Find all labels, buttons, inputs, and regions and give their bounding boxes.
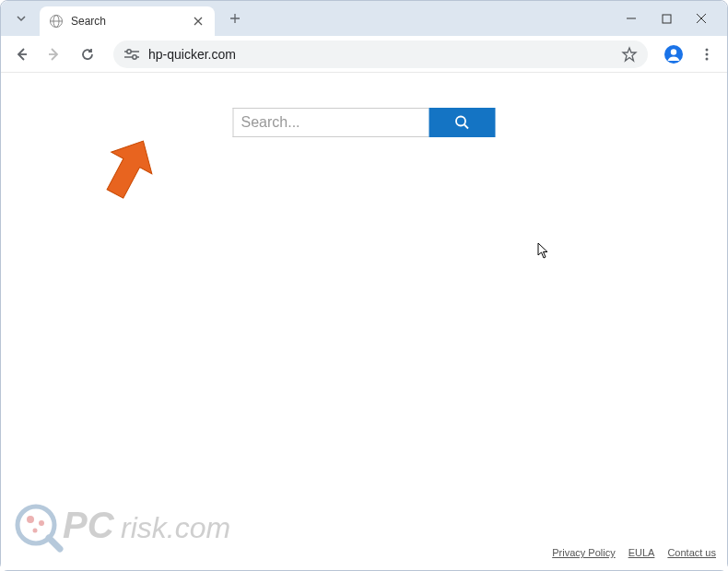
window-controls [622, 1, 720, 36]
site-info-button[interactable] [123, 45, 141, 64]
globe-icon [49, 14, 64, 29]
arrow-left-icon [13, 46, 29, 63]
forward-button[interactable] [41, 41, 67, 67]
svg-text:risk.com: risk.com [121, 511, 230, 544]
close-icon [194, 17, 203, 26]
svg-point-20 [39, 520, 44, 526]
arrow-annotation [100, 137, 156, 205]
svg-point-16 [456, 117, 465, 126]
footer: PC risk.com Privacy Policy EULA Contact … [1, 492, 727, 565]
url-text: hp-quicker.com [148, 47, 613, 62]
svg-point-14 [706, 52, 709, 55]
bookmark-button[interactable] [620, 45, 639, 64]
tab-title: Search [71, 15, 183, 28]
footer-link-contact[interactable]: Contact us [667, 547, 716, 558]
plus-icon [229, 13, 241, 24]
new-tab-button[interactable] [222, 6, 248, 31]
browser-window: Search [0, 0, 728, 571]
page-content: PC risk.com Privacy Policy EULA Contact … [1, 73, 727, 570]
minimize-button[interactable] [622, 9, 640, 28]
browser-tab[interactable]: Search [40, 6, 215, 36]
watermark: PC risk.com [12, 492, 270, 558]
svg-line-22 [49, 538, 60, 549]
address-bar[interactable]: hp-quicker.com [113, 41, 648, 68]
search-input[interactable] [233, 108, 429, 137]
svg-point-19 [27, 516, 34, 523]
tab-search-button[interactable] [8, 6, 34, 31]
svg-point-10 [133, 54, 136, 58]
toolbar: hp-quicker.com [1, 36, 727, 73]
svg-line-17 [464, 125, 468, 129]
minimize-icon [626, 13, 637, 24]
search-form [233, 108, 496, 137]
search-submit-button[interactable] [429, 108, 496, 137]
arrow-icon [100, 137, 156, 202]
svg-text:PC: PC [63, 505, 115, 545]
reload-icon [79, 46, 96, 63]
footer-link-privacy[interactable]: Privacy Policy [552, 547, 615, 558]
svg-point-12 [671, 49, 676, 54]
tune-icon [123, 48, 140, 61]
maximize-icon [662, 14, 672, 24]
search-icon [454, 114, 471, 131]
footer-link-eula[interactable]: EULA [628, 547, 655, 558]
svg-point-8 [127, 49, 131, 52]
profile-button[interactable] [661, 41, 687, 67]
profile-icon [663, 44, 684, 64]
close-icon [696, 13, 707, 24]
svg-rect-4 [663, 15, 671, 23]
svg-point-13 [706, 48, 709, 51]
pcrisk-logo-icon: PC risk.com [12, 492, 270, 558]
svg-point-15 [706, 57, 709, 60]
title-bar: Search [1, 1, 727, 36]
chevron-down-icon [15, 12, 28, 25]
reload-button[interactable] [75, 41, 100, 67]
arrow-right-icon [46, 46, 63, 63]
star-icon [621, 46, 638, 63]
back-button[interactable] [8, 41, 34, 67]
close-tab-button[interactable] [191, 14, 205, 29]
svg-point-21 [33, 529, 38, 533]
maximize-button[interactable] [657, 9, 675, 28]
menu-button[interactable] [694, 41, 720, 67]
more-vertical-icon [699, 47, 714, 62]
cursor-icon [537, 242, 550, 262]
close-window-button[interactable] [692, 9, 710, 28]
footer-links: Privacy Policy EULA Contact us [552, 547, 716, 558]
